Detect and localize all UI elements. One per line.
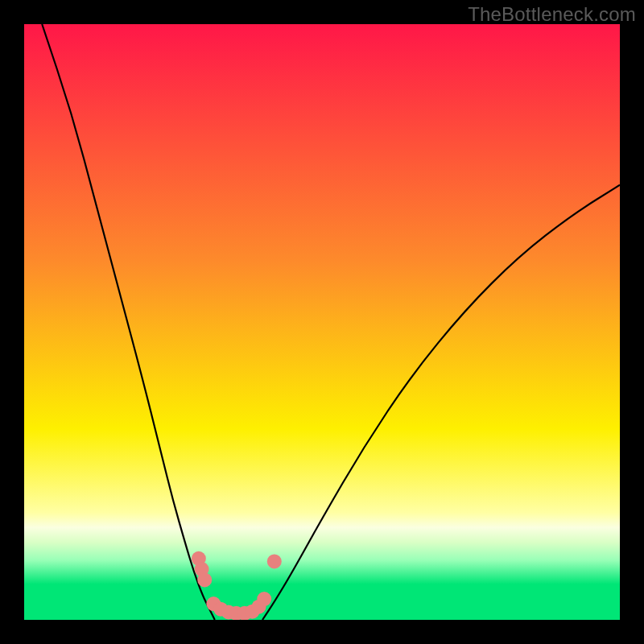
chart-frame: TheBottleneck.com xyxy=(0,0,644,644)
right-curve xyxy=(262,185,620,620)
marker-dot xyxy=(197,572,212,587)
bottleneck-markers xyxy=(192,551,282,620)
curve-layer xyxy=(24,24,620,620)
marker-dot xyxy=(267,554,282,568)
watermark-text: TheBottleneck.com xyxy=(468,3,636,26)
plot-area xyxy=(24,24,620,620)
left-curve xyxy=(42,24,215,620)
marker-dot xyxy=(257,592,271,606)
